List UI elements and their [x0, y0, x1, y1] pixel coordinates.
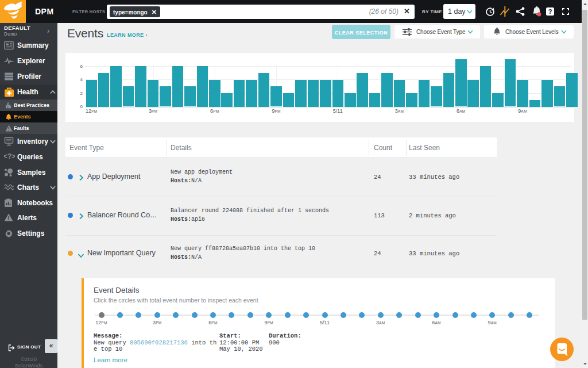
svg-text:?: ?: [548, 8, 552, 15]
svg-text:<?>: <?>: [4, 153, 15, 160]
